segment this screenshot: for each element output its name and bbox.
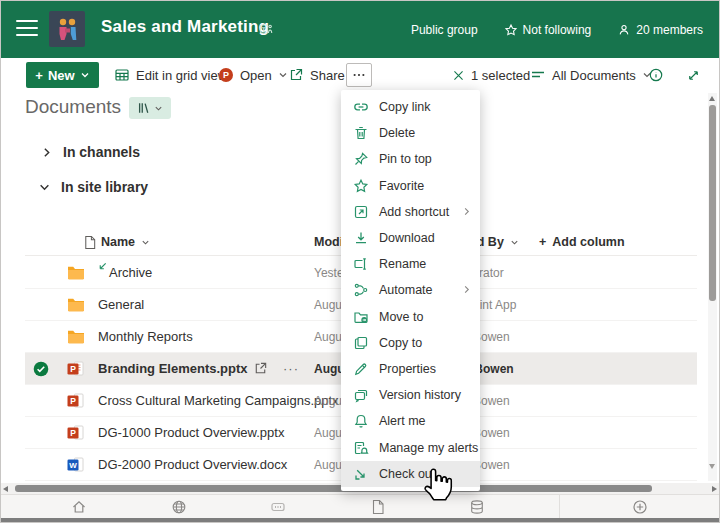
manage-alerts-icon: [353, 440, 369, 456]
menu-item-version-history[interactable]: Version history: [341, 382, 480, 408]
row-share-button[interactable]: [253, 353, 268, 384]
section-in-channels[interactable]: In channels: [41, 144, 140, 160]
menu-item-alert-me[interactable]: Alert me: [341, 408, 480, 434]
chevron-down-icon: [510, 238, 519, 247]
globe-icon[interactable]: [171, 499, 187, 519]
site-header: Sales and Marketing Public group Not fol…: [1, 1, 719, 58]
hamburger-menu-icon[interactable]: [16, 20, 38, 38]
menu-item-move-to[interactable]: Move to: [341, 304, 480, 330]
menu-item-delete[interactable]: Delete: [341, 120, 480, 146]
svg-text:P: P: [70, 428, 76, 438]
bottom-nav-divider: [559, 495, 560, 518]
file-icon[interactable]: [371, 499, 385, 519]
copy-to-icon: [353, 335, 369, 351]
bottom-frame-bar: [1, 518, 719, 523]
svg-text:P: P: [70, 364, 76, 374]
trash-icon: [353, 125, 369, 141]
clear-selection-button[interactable]: 1 selected: [452, 62, 530, 88]
page-title: Sales and Marketing: [101, 17, 269, 37]
view-selector[interactable]: All Documents: [530, 62, 652, 88]
powerpoint-file-icon: P: [67, 385, 84, 416]
not-following-button[interactable]: Not following: [504, 23, 592, 37]
folder-icon: [67, 257, 85, 288]
menu-item-automate[interactable]: Automate: [341, 277, 480, 303]
plus-icon: +: [539, 235, 546, 249]
menu-item-pin-to-top[interactable]: Pin to top: [341, 146, 480, 172]
scroll-left-arrow[interactable]: [3, 486, 8, 492]
vertical-scroll-thumb[interactable]: [709, 105, 716, 301]
edit-grid-view-button[interactable]: Edit in grid view: [114, 62, 227, 88]
app-window: Sales and Marketing Public group Not fol…: [0, 0, 720, 523]
star-icon: [504, 23, 518, 37]
menu-item-check-out[interactable]: Check out: [341, 461, 480, 487]
pin-icon: [353, 151, 369, 167]
members-button[interactable]: 20 members: [617, 23, 703, 37]
version-history-icon: [353, 387, 369, 403]
grid-icon: [114, 67, 130, 83]
books-icon: [137, 101, 151, 115]
horizontal-scroll-thumb[interactable]: [15, 485, 652, 492]
menu-item-properties[interactable]: Properties: [341, 356, 480, 382]
menu-item-copy-link[interactable]: Copy link: [341, 94, 480, 120]
more-commands-button[interactable]: [346, 63, 372, 87]
details-info-button[interactable]: [648, 62, 664, 88]
add-plus-icon[interactable]: [632, 499, 648, 519]
handshake-logo-icon: [49, 11, 85, 47]
file-type-column-icon[interactable]: [83, 229, 97, 255]
submenu-chevron-icon: [462, 285, 471, 294]
link-icon: [353, 99, 369, 115]
person-icon: [617, 23, 631, 37]
menu-item-rename[interactable]: Rename: [341, 251, 480, 277]
svg-text:P: P: [70, 396, 76, 406]
chevron-down-icon: [39, 182, 50, 193]
folder-icon: [67, 289, 85, 320]
word-file-icon: W: [67, 449, 84, 480]
add-column-button[interactable]: + Add column: [539, 229, 625, 255]
library-view-badge[interactable]: [129, 97, 171, 119]
scroll-right-arrow[interactable]: [712, 486, 717, 492]
add-shortcut-icon: [353, 204, 369, 220]
command-bar: + New Edit in grid view P Open Share: [2, 58, 718, 91]
ellipsis-icon: [352, 68, 366, 82]
scroll-up-arrow[interactable]: [709, 96, 715, 101]
menu-item-download[interactable]: Download: [341, 225, 480, 251]
pencil-icon: [353, 361, 369, 377]
rename-icon: [353, 256, 369, 272]
move-to-icon: [353, 309, 369, 325]
chevron-down-icon: [80, 70, 90, 80]
automate-icon: [353, 282, 369, 298]
selected-check-icon[interactable]: [33, 353, 49, 384]
vertical-scrollbar[interactable]: [708, 93, 717, 481]
menu-item-add-shortcut[interactable]: Add shortcut: [341, 199, 480, 225]
chevron-down-icon: [278, 70, 288, 80]
expand-icon: [686, 68, 701, 83]
share-icon: [288, 67, 304, 83]
context-menu: Copy link Delete Pin to top Favorite Add…: [341, 90, 480, 491]
scroll-down-arrow[interactable]: [709, 464, 715, 469]
fullscreen-expand-button[interactable]: [686, 62, 701, 88]
column-header-name[interactable]: Name: [101, 229, 150, 255]
bell-icon: [353, 413, 369, 429]
database-icon[interactable]: [469, 499, 485, 519]
bottom-navigation-bar: [1, 494, 719, 518]
menu-item-manage-my-alerts[interactable]: Manage my alerts: [341, 434, 480, 460]
row-more-actions-button[interactable]: ···: [283, 353, 299, 384]
media-icon[interactable]: [270, 499, 286, 519]
powerpoint-file-icon: P: [67, 353, 84, 384]
section-in-site-library[interactable]: In site library: [39, 179, 148, 195]
library-title: Documents: [25, 96, 121, 118]
home-icon[interactable]: [71, 499, 87, 519]
powerpoint-file-icon: P: [67, 417, 84, 448]
shortcut-arrow-icon: [98, 262, 107, 271]
teams-icon: [259, 22, 273, 36]
chevron-right-icon: [41, 147, 52, 158]
open-button[interactable]: P Open: [218, 62, 288, 88]
site-logo[interactable]: [49, 11, 85, 47]
menu-item-copy-to[interactable]: Copy to: [341, 330, 480, 356]
public-group-label: Public group: [411, 23, 478, 37]
share-button[interactable]: Share: [288, 62, 345, 88]
new-button[interactable]: + New: [26, 62, 99, 88]
menu-item-favorite[interactable]: Favorite: [341, 173, 480, 199]
check-out-icon: [353, 466, 369, 482]
close-icon: [452, 69, 465, 82]
